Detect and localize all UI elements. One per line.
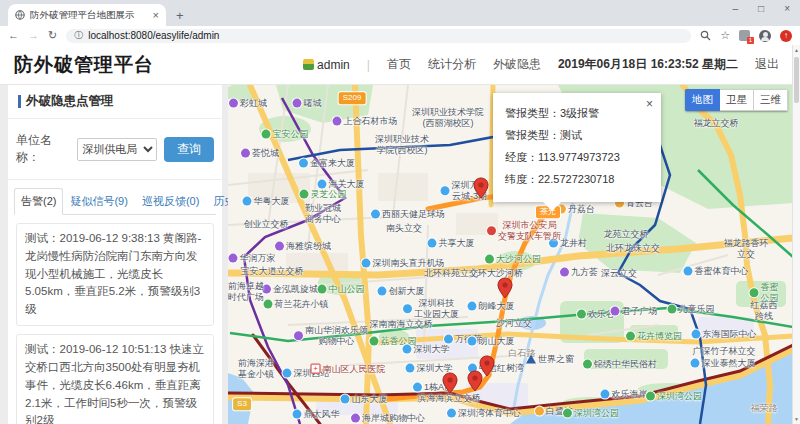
alarm-tab-1[interactable]: 告警(2) — [14, 188, 63, 215]
extension-badge: 1 — [747, 37, 754, 44]
nav-item-3[interactable]: 外破隐患 — [493, 56, 541, 73]
popup-field: 警报类型：3级报警 — [505, 106, 649, 121]
popup-arrow — [543, 202, 561, 211]
scrollbar-thumb[interactable] — [794, 57, 799, 103]
map-canvas[interactable]: 彩虹城曙城上合石材市场宝安公园荟悦城金富来大厦海关大厦灵芝公园华粤大厦勤业冠城 … — [228, 85, 793, 424]
alarm-tabs: 告警(2)疑似信号(9)巡视反馈(0)历史信息(20) — [14, 188, 216, 215]
map-type-button-3[interactable]: 三维 — [754, 89, 788, 111]
extension-icon[interactable]: 1 — [739, 30, 750, 41]
new-tab-button[interactable]: + — [176, 8, 184, 23]
user-menu[interactable]: admin — [303, 58, 350, 72]
map-type-button-2[interactable]: 卫星 — [720, 89, 754, 111]
popup-field: 警报类型：测试 — [505, 128, 649, 143]
browser-tab[interactable]: 防外破管理平台地图展示 × — [8, 4, 166, 26]
zoom-icon[interactable] — [700, 30, 711, 41]
user-icon — [303, 59, 314, 70]
nav-separator: | — [367, 58, 370, 72]
search-button[interactable]: 查询 — [164, 137, 214, 162]
browser-tab-title: 防外破管理平台地图展示 — [30, 9, 149, 22]
alert-marker-6[interactable] — [442, 372, 458, 394]
username: admin — [317, 58, 350, 72]
popup-close-icon[interactable]: × — [646, 97, 653, 111]
map-type-button-1[interactable]: 地图 — [685, 89, 720, 111]
url-text: localhost:8080/easylife/admin — [88, 30, 219, 41]
reload-icon[interactable]: ↻ — [48, 30, 57, 41]
alert-marker-5[interactable] — [467, 370, 483, 392]
alert-marker-2[interactable] — [473, 177, 489, 199]
alert-marker-3[interactable] — [497, 277, 513, 299]
alarm-popup: × 警报类型：3级报警警报类型：测试经度：113.9774973723纬度：22… — [493, 93, 661, 202]
profile-avatar-icon[interactable] — [759, 30, 771, 42]
address-bar[interactable]: ⓘ localhost:8080/easylife/admin — [66, 29, 691, 43]
message-item[interactable]: 测试：2019-06-12 9:38:13 黄阁路-龙岗慢性病防治院南门东南方向… — [16, 223, 214, 326]
message-list: 测试：2019-06-12 9:38:13 黄阁路-龙岗慢性病防治院南门东南方向… — [8, 215, 222, 424]
scroll-down-icon[interactable]: ▼ — [793, 416, 800, 422]
browser-update-icon[interactable]: ↑ — [780, 30, 792, 42]
panel-title: 外破隐患点管理 — [8, 85, 222, 119]
window-minimize-button[interactable]: – — [733, 3, 739, 14]
popup-field: 纬度：22.5727230718 — [505, 172, 649, 187]
popup-field: 经度：113.9774973723 — [505, 150, 649, 165]
sidebar-panel: 外破隐患点管理 单位名称： 深圳供电局 查询 告警(2)疑似信号(9)巡视反馈(… — [8, 85, 222, 424]
alarm-tab-2[interactable]: 疑似信号(9) — [63, 188, 134, 215]
window-maximize-button[interactable]: □ — [758, 3, 764, 14]
site-info-icon[interactable]: ⓘ — [74, 29, 83, 42]
unit-label: 单位名称： — [16, 132, 70, 166]
forward-icon[interactable]: → — [28, 30, 39, 41]
message-item[interactable]: 测试：2019-06-12 10:51:13 快速立交桥口西北方向3500处有明… — [16, 334, 214, 424]
map-type-switcher: 地图卫星三维 — [685, 89, 788, 111]
logout-link[interactable]: 退出 — [755, 56, 779, 73]
title-accent-bar — [18, 95, 21, 108]
page-scrollbar[interactable]: ▲ ▼ — [792, 45, 800, 424]
back-icon[interactable]: ← — [8, 30, 19, 41]
unit-select[interactable]: 深圳供电局 — [77, 138, 157, 161]
page-title: 防外破管理平台 — [14, 52, 154, 78]
nav-item-1[interactable]: 首页 — [387, 56, 411, 73]
alarm-tab-3[interactable]: 巡视反馈(0) — [135, 188, 206, 215]
bookmark-star-icon[interactable]: ☆ — [720, 29, 730, 42]
datetime-text: 2019年06月18日 16:23:52 星期二 — [558, 56, 738, 73]
road-shield: S209 — [339, 92, 366, 104]
browser-tabstrip: 防外破管理平台地图展示 × + – □ × — [0, 0, 800, 26]
tab-close-icon[interactable]: × — [153, 9, 159, 21]
road-shield: S3 — [233, 398, 251, 410]
nav-item-2[interactable]: 统计分析 — [428, 56, 476, 73]
app-header: 防外破管理平台 admin | 首页统计分析外破隐患 2019年06月18日 1… — [0, 45, 793, 85]
browser-toolbar: ← → ↻ ⓘ localhost:8080/easylife/admin ☆ … — [0, 26, 800, 45]
globe-favicon — [15, 10, 25, 20]
scroll-up-icon[interactable]: ▲ — [793, 47, 800, 53]
window-close-button[interactable]: × — [784, 3, 790, 14]
